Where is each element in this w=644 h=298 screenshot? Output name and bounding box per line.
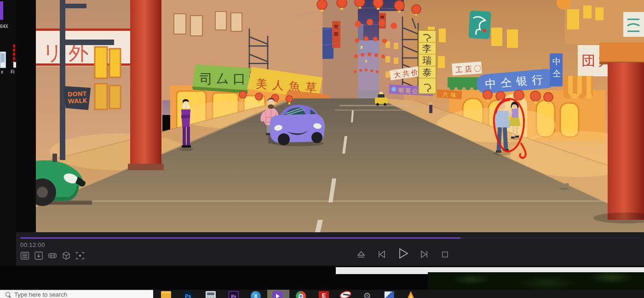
left-red-pillar [128, 0, 164, 170]
video-surface[interactable]: リ外い [36, 0, 644, 232]
svg-text:仝: 仝 [552, 69, 561, 78]
svg-text:瑞: 瑞 [422, 55, 431, 66]
blue-banner [322, 28, 334, 59]
white-sign-top-right [623, 12, 644, 37]
desktop-icon-label: 64X [0, 24, 8, 29]
cube-3d-icon[interactable] [62, 251, 71, 260]
screen: 64X x Fi [0, 0, 644, 298]
file-explorer-icon[interactable] [161, 291, 171, 298]
timestamp: 00:12:00 [20, 241, 45, 248]
seek-bar-fill [20, 237, 460, 239]
desktop-icon-blue-inner [1, 53, 5, 63]
player-controls: 00:12:00 [16, 232, 644, 266]
teal-graffiti-sign [468, 11, 491, 39]
search-box[interactable]: Type here to search [0, 290, 153, 298]
green-awning-text: 司厶口 [200, 71, 249, 86]
red-e-app-icon[interactable]: E [319, 291, 329, 298]
svg-text:中: 中 [552, 57, 561, 66]
green-awning-sign: 司厶口 [192, 64, 251, 93]
svg-text:DONT: DONT [67, 90, 86, 97]
taskbar: Type here to search Ps Pr X E ⚙ [0, 290, 644, 298]
premiere-icon[interactable]: Pr [229, 291, 239, 298]
play-glyph [276, 294, 280, 298]
seek-bar[interactable] [20, 237, 640, 239]
flame-app-icon[interactable] [407, 291, 417, 298]
dont-walk-sign: DONT WALK [63, 85, 92, 111]
transport-controls [338, 245, 467, 262]
desktop-wallpaper [428, 272, 644, 290]
svg-text:李: 李 [422, 43, 431, 54]
white-sign-right: 工店〇 [452, 62, 483, 76]
orange-awning-right [564, 76, 593, 99]
desktop-icon-label: x [1, 69, 3, 74]
calculator-icon[interactable] [206, 291, 216, 298]
chrome-icon[interactable] [296, 291, 306, 298]
settings-gear-icon[interactable]: ⚙ [362, 291, 372, 298]
window-app-icon[interactable] [384, 291, 394, 298]
focus-frame-icon[interactable] [75, 251, 85, 260]
svg-text:六味: 六味 [442, 91, 459, 98]
desktop-icon-red[interactable] [13, 45, 15, 63]
previous-button[interactable] [375, 248, 388, 263]
download-icon[interactable] [34, 251, 43, 260]
media-player-icon[interactable] [339, 291, 350, 298]
distant-pedestrian [429, 102, 433, 114]
toolbar-icons [20, 251, 85, 260]
next-button[interactable] [418, 248, 431, 263]
orange-small-sign: 六味 [437, 89, 462, 99]
vr-goggles-icon[interactable] [48, 251, 57, 260]
movies-tv-icon[interactable] [272, 291, 282, 298]
playlist-icon[interactable] [20, 251, 29, 260]
x-circle-icon[interactable]: X [251, 291, 261, 298]
search-placeholder: Type here to search [14, 291, 67, 298]
eject-button[interactable] [355, 248, 368, 263]
desktop-icon-purple[interactable] [0, 1, 3, 20]
video-player-window: リ外い [16, 0, 644, 266]
photoshop-icon[interactable]: Ps [183, 291, 193, 298]
desktop-left-strip: 64X x Fi [0, 0, 16, 266]
svg-text:泰: 泰 [422, 67, 431, 78]
svg-text:WALK: WALK [68, 97, 88, 104]
search-icon [6, 292, 11, 297]
blue-vertical-sign: 中 仝 [550, 53, 563, 86]
play-button[interactable] [394, 245, 411, 264]
stop-button[interactable] [439, 249, 450, 262]
desktop-icon-label: Fi [11, 69, 14, 74]
